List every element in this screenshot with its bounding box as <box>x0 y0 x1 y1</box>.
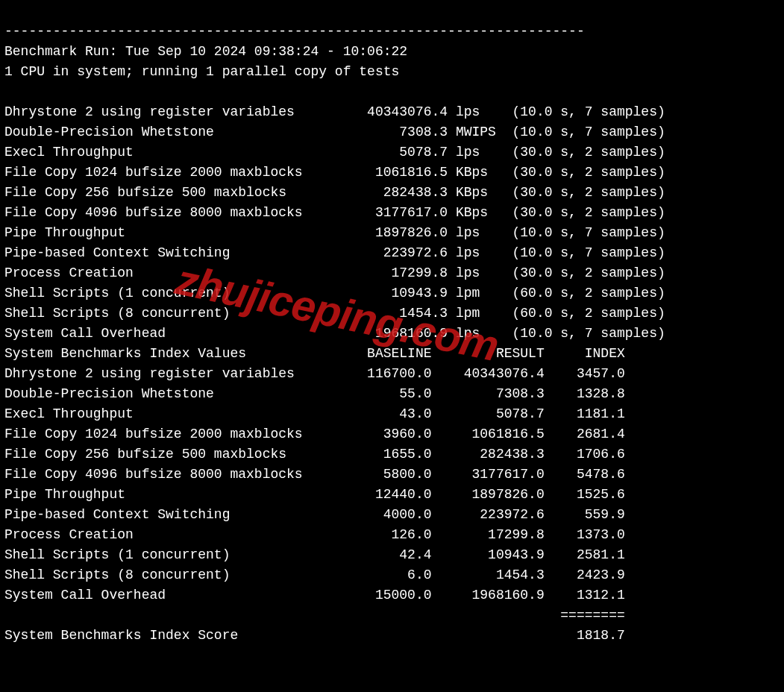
index-block: Dhrystone 2 using register variables 116… <box>4 366 625 603</box>
score-line: System Benchmarks Index Score 1818.7 <box>4 628 625 643</box>
index-header-line: System Benchmarks Index Values BASELINE … <box>4 346 625 361</box>
cpu-info-line: 1 CPU in system; running 1 parallel copy… <box>4 64 399 79</box>
score-divider-line: ======== <box>4 608 625 623</box>
terminal-output: ----------------------------------------… <box>0 0 784 673</box>
separator-line: ----------------------------------------… <box>4 24 585 39</box>
benchmark-run-line: Benchmark Run: Tue Sep 10 2024 09:38:24 … <box>4 44 407 59</box>
results-block: Dhrystone 2 using register variables 403… <box>4 104 665 341</box>
